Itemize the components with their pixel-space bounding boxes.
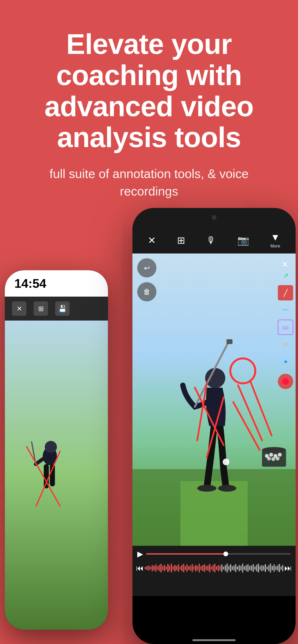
svg-point-28	[269, 453, 273, 457]
waveform-bar	[199, 564, 200, 572]
waveform-bar	[166, 566, 167, 570]
skip-forward-button[interactable]: ⏭	[284, 564, 292, 572]
toolbar-camera[interactable]: 📷	[237, 235, 249, 246]
svg-point-30	[278, 453, 282, 457]
waveform-container: ⏮ ⏭	[132, 560, 295, 576]
save-button[interactable]: 💾	[55, 302, 70, 316]
waveform-bar	[173, 566, 174, 570]
waveform-bar	[218, 565, 219, 572]
front-video-area: ↩ 🗑 ✕ ↗ ╱ 〰 ▭ ○ ✦	[132, 254, 295, 596]
waveform-bar	[265, 564, 266, 572]
svg-point-31	[267, 457, 271, 460]
front-delete-button[interactable]: 🗑	[137, 282, 157, 302]
back-annotation-overlay	[5, 320, 108, 630]
waveform-bar	[157, 566, 158, 570]
waveform-bar	[232, 566, 233, 570]
rect-tool-button[interactable]: ▭	[278, 320, 293, 335]
waveform-bar	[240, 566, 242, 570]
toolbar-more[interactable]: ▼ More	[270, 232, 280, 249]
waveform-bar	[185, 566, 186, 570]
waveform-bar	[235, 564, 236, 572]
waveform-bar	[153, 566, 155, 570]
waveform-bar	[275, 566, 276, 570]
svg-point-32	[271, 457, 275, 461]
waveform-bar	[230, 564, 231, 572]
waveform-bar	[277, 566, 278, 571]
play-button[interactable]: ▶	[137, 549, 143, 558]
front-toolbar: ✕ ⊞ 🎙 📷 ▼ More	[132, 227, 295, 254]
waveform-bar	[167, 564, 169, 572]
waveform-bar	[190, 566, 191, 571]
phones-container: 14:54 ✕ ⊞ 💾 ↩ 🗑	[0, 177, 298, 644]
waveform-bar	[148, 566, 150, 571]
more-label: More	[270, 244, 280, 249]
back-toolbar: ✕ ⊞ 💾	[5, 296, 108, 320]
waveform-bars	[145, 561, 283, 575]
record-button[interactable]	[278, 374, 293, 389]
waveform-bar	[174, 565, 175, 572]
close-button[interactable]: ✕	[12, 302, 26, 316]
waveform-bar	[282, 565, 283, 572]
progress-bar[interactable]	[146, 553, 291, 555]
toolbar-split[interactable]: ⊞	[177, 235, 185, 246]
waveform-bar	[228, 566, 229, 570]
waveform-bar	[239, 565, 240, 572]
phone-back: 14:54 ✕ ⊞ 💾 ↩ 🗑	[5, 270, 108, 630]
svg-point-14	[205, 368, 225, 388]
waveform-bar	[225, 565, 226, 571]
waveform-bar	[266, 566, 268, 570]
toolbar-mic[interactable]: 🎙	[206, 235, 216, 246]
fill-tool-button[interactable]: ✦	[278, 354, 293, 370]
front-camera	[212, 215, 216, 220]
waveform-bar	[251, 566, 252, 571]
waveform-bar	[244, 566, 245, 570]
waveform-bar	[164, 565, 165, 572]
record-dot	[282, 378, 289, 385]
waveform-bar	[209, 564, 210, 572]
skip-back-button[interactable]: ⏮	[136, 564, 144, 572]
waveform-bar	[220, 566, 221, 570]
line-tool-button[interactable]: ╱	[278, 285, 293, 300]
waveform-bar	[233, 566, 235, 571]
phone-front: ✕ ⊞ 🎙 📷 ▼ More ↩ 🗑	[132, 208, 295, 644]
camera-icon: 📷	[237, 235, 249, 246]
waveform-bar	[249, 566, 250, 570]
front-undo-button[interactable]: ↩	[137, 258, 157, 278]
waveform-bar	[193, 566, 195, 570]
status-bar: 14:54	[5, 270, 108, 296]
waveform-bar	[216, 566, 217, 570]
split-icon: ⊞	[177, 235, 185, 246]
waveform-bar	[246, 565, 247, 571]
circle-tool-button[interactable]: ○	[278, 337, 293, 352]
clock: 14:54	[14, 276, 46, 290]
waveform-bar	[152, 565, 153, 572]
waveform-bar	[178, 564, 179, 572]
wave-tool-button[interactable]: 〰	[278, 302, 293, 318]
svg-point-2	[45, 441, 57, 453]
waveform-bar	[146, 566, 147, 570]
waveform-bar	[256, 565, 257, 572]
front-annotation-overlay	[132, 254, 295, 596]
waveform-bar	[254, 566, 255, 570]
split-view-button[interactable]: ⊞	[34, 302, 48, 316]
home-indicator	[192, 639, 236, 641]
waveform-bar	[171, 564, 172, 572]
progress-thumb[interactable]	[223, 552, 228, 556]
progress-fill	[146, 553, 226, 555]
waveform-bar	[280, 566, 282, 570]
chevron-down-icon: ▼	[271, 232, 280, 243]
back-video-area: ↩ 🗑	[5, 320, 108, 630]
waveform-bar	[253, 564, 254, 572]
waveform-bar	[145, 567, 146, 570]
waveform-bar	[270, 564, 271, 572]
waveform-bar	[258, 564, 259, 572]
waveform-bar	[176, 566, 177, 570]
waveform-bar	[183, 564, 184, 572]
toolbar-close[interactable]: ✕	[148, 235, 156, 246]
waveform-bar	[221, 564, 222, 572]
arrow-tool-button[interactable]: ↗	[278, 268, 293, 283]
waveform-bar	[180, 566, 181, 570]
waveform-bar	[169, 566, 170, 571]
waveform-bar	[211, 566, 212, 570]
svg-point-24	[223, 458, 229, 465]
